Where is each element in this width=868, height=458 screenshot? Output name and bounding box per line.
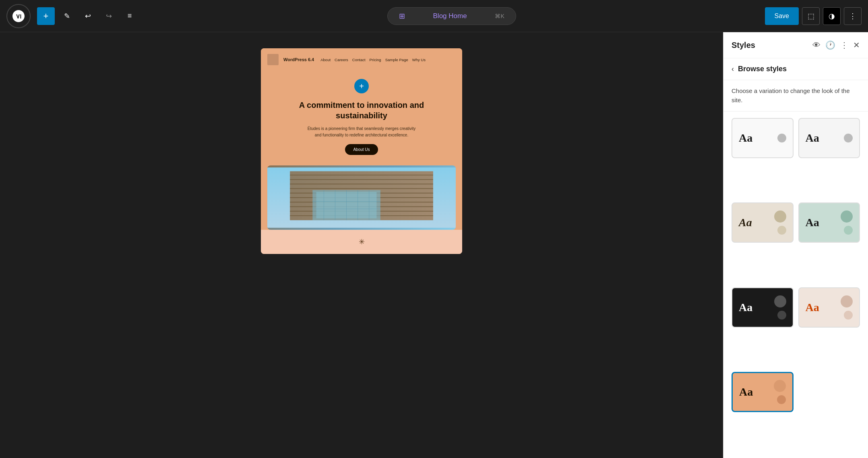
footer-star-icon: ✳ (359, 237, 365, 246)
wp-logo[interactable] (6, 4, 31, 28)
site-hero: + A commitment to innovation and sustain… (261, 71, 462, 165)
nav-link-about[interactable]: About (320, 58, 331, 62)
browse-styles-description: Choose a variation to change the look of… (723, 80, 868, 111)
edit-button[interactable]: ✎ (58, 7, 76, 25)
pencil-icon: ✎ (64, 12, 70, 21)
plus-icon: + (43, 11, 49, 21)
toolbar-right: Save ⬚ ◑ ⋮ (765, 7, 862, 25)
undo-button[interactable]: ↩ (79, 7, 97, 25)
style-card-7[interactable]: Aa (732, 372, 794, 412)
style-card-5-dots (774, 295, 786, 320)
more-options-button[interactable]: ⋮ (844, 7, 862, 25)
style-card-1-dots (777, 134, 786, 142)
history-icon[interactable]: 🕐 (825, 40, 835, 50)
style-card-5-label: Aa (739, 301, 752, 314)
nav-link-pricing[interactable]: Pricing (370, 58, 381, 62)
styles-panel-title: Styles (732, 41, 755, 50)
more-icon[interactable]: ⋮ (840, 40, 848, 50)
save-button[interactable]: Save (765, 7, 799, 25)
styles-panel-header: Styles 👁 🕐 ⋮ ✕ (723, 32, 868, 58)
style-card-4-label: Aa (806, 216, 819, 229)
nav-link-contact[interactable]: Contact (352, 58, 366, 62)
menu-button[interactable]: ≡ (121, 7, 138, 25)
editor-canvas[interactable]: WordPress 6.4 About Careers Contact Pric… (0, 32, 723, 458)
toolbar-center: ⊞ Blog Home ⌘K (142, 7, 762, 25)
back-button[interactable]: ‹ (732, 65, 734, 73)
style-card-5[interactable]: Aa (732, 287, 794, 328)
about-us-button[interactable]: About Us (345, 144, 378, 155)
toggle-sidebar-button[interactable]: ⬚ (802, 7, 820, 25)
style-card-6[interactable]: Aa (798, 287, 860, 328)
styles-header-actions: 👁 🕐 ⋮ ✕ (812, 40, 860, 50)
sidebar-icon: ⬚ (808, 12, 814, 21)
styles-panel: Styles 👁 🕐 ⋮ ✕ ‹ Browse styles Choose a … (723, 32, 868, 458)
site-footer: ✳ (261, 230, 462, 254)
style-card-2[interactable]: Aa (798, 118, 860, 158)
style-card-7-label: Aa (739, 386, 753, 398)
style-card-3[interactable]: Aa (732, 202, 794, 243)
redo-icon: ↪ (106, 12, 112, 21)
browse-styles-header: ‹ Browse styles (723, 58, 868, 80)
site-nav: WordPress 6.4 About Careers Contact Pric… (261, 48, 462, 71)
contrast-icon: ◑ (829, 12, 835, 21)
style-card-7-dots (774, 380, 786, 404)
add-block-toolbar-button[interactable]: + (37, 7, 55, 25)
style-card-1-label: Aa (739, 132, 752, 144)
close-icon[interactable]: ✕ (853, 40, 860, 50)
keyboard-shortcut: ⌘K (495, 13, 504, 19)
style-card-1[interactable]: Aa (732, 118, 794, 158)
style-card-3-label: Aa (739, 216, 752, 229)
template-icon: ⊞ (399, 12, 405, 21)
site-preview: WordPress 6.4 About Careers Contact Pric… (261, 48, 462, 254)
site-name: WordPress 6.4 (283, 57, 314, 62)
style-card-6-label: Aa (806, 301, 819, 314)
nav-link-sample[interactable]: Sample Page (385, 58, 408, 62)
dark-mode-button[interactable]: ◑ (823, 7, 841, 25)
hero-title: A commitment to innovation and sustainab… (273, 100, 450, 121)
add-block-button[interactable]: + (354, 79, 369, 93)
style-card-6-dots (841, 295, 853, 320)
style-card-4-dots (841, 210, 853, 235)
style-cards-grid: Aa Aa Aa Aa (723, 111, 868, 458)
site-logo (267, 54, 279, 65)
style-card-3-dots (774, 210, 786, 235)
browse-styles-title: Browse styles (738, 65, 787, 73)
main-area: WordPress 6.4 About Careers Contact Pric… (0, 32, 868, 458)
style-card-2-label: Aa (806, 132, 819, 144)
site-hero-image (267, 165, 456, 230)
style-card-2-dots (844, 134, 853, 142)
redo-button[interactable]: ↪ (100, 7, 118, 25)
hamburger-icon: ≡ (128, 12, 132, 20)
page-title: Blog Home (433, 12, 467, 20)
undo-icon: ↩ (85, 12, 91, 21)
site-nav-links: About Careers Contact Pricing Sample Pag… (320, 58, 426, 62)
style-card-4[interactable]: Aa (798, 202, 860, 243)
nav-link-careers[interactable]: Careers (335, 58, 348, 62)
eye-icon[interactable]: 👁 (812, 41, 820, 50)
ellipsis-icon: ⋮ (849, 12, 856, 21)
page-title-pill[interactable]: ⊞ Blog Home ⌘K (387, 7, 516, 25)
toolbar: + ✎ ↩ ↪ ≡ ⊞ Blog Home ⌘K Save ⬚ ◑ ⋮ (0, 0, 868, 32)
nav-link-whyus[interactable]: Why Us (412, 58, 426, 62)
hero-description: Études is a pioneering firm that seamles… (305, 126, 418, 138)
